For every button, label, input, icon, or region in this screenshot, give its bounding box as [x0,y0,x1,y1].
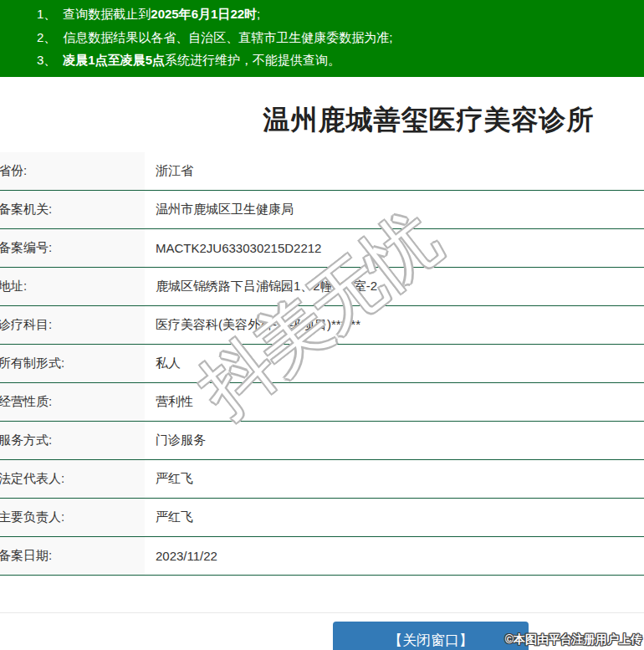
close-window-button[interactable]: 【关闭窗口】 [333,622,529,650]
notice-number: 2、 [37,30,56,44]
row-label: 诊疗科目: [0,306,145,344]
table-row-filing-authority: 备案机关: 温州市鹿城区卫生健康局 [0,191,644,229]
row-label: 地址: [0,268,145,305]
row-value: MACTK2JU633030215D2212 [145,229,644,267]
notice-text: 系统进行维护，不能提供查询。 [165,53,340,67]
table-row-province: 省份: 浙江省 [0,152,644,191]
table-row-business-nature: 经营性质: 营利性 [0,383,644,422]
record-table: 省份: 浙江省 备案机关: 温州市鹿城区卫生健康局 备案编号: MACTK2JU… [0,152,644,576]
row-label-text: 省份: [0,163,27,179]
table-row-treatment-subjects: 诊疗科目: 医疗美容科(美容外科-一级项目)****** [0,306,644,345]
table-row-filing-number: 备案编号: MACTK2JU633030215D2212 [0,229,644,268]
row-label-text: 法定代表人: [0,471,64,487]
row-label: 备案编号: [0,229,145,267]
row-label-text: 备案日期: [0,548,52,564]
row-label: 备案机关: [0,191,145,228]
row-label-text: 备案机关: [0,202,52,218]
table-row-address: 地址: 鹿城区锦绣路下吕浦锦园1、2幢105室-2 [0,268,644,306]
row-label-text: 诊疗科目: [0,317,52,333]
row-label: 备案日期: [0,537,145,575]
footer-divider [0,612,644,613]
row-label: 主要负责人: [0,499,145,536]
row-value: 医疗美容科(美容外科-一级项目)****** [145,306,644,344]
row-label-text: 地址: [0,279,27,294]
notice-text: ; [257,7,260,21]
row-value: 浙江省 [145,152,644,190]
row-label: 法定代表人: [0,460,145,498]
table-row-ownership: 所有制形式: 私人 [0,345,644,383]
row-label-text: 所有制形式: [0,356,64,371]
row-label-text: 服务方式: [0,432,52,448]
row-value: 严红飞 [145,499,644,536]
notice-banner: 1、查询数据截止到2025年6月1日22时; 2、信息数据结果以各省、自治区、直… [0,0,644,77]
table-row-service-mode: 服务方式: 门诊服务 [0,422,644,460]
copyright-overlay: ©本图由平台注册用户上传 [505,632,642,647]
table-row-person-in-charge: 主要负责人: 严红飞 [0,499,644,537]
page-title: 温州鹿城善玺医疗美容诊所 [213,102,644,139]
row-label: 省份: [0,152,145,190]
notice-text: 查询数据截止到 [63,7,151,21]
row-label-text: 主要负责人: [0,509,64,525]
table-row-filing-date: 备案日期: 2023/11/22 [0,537,644,576]
row-value: 鹿城区锦绣路下吕浦锦园1、2幢105室-2 [145,268,644,305]
notice-text-bold: 凌晨1点至凌晨5点 [63,53,165,67]
row-value: 门诊服务 [145,422,644,459]
notice-line-3: 3、凌晨1点至凌晨5点系统进行维护，不能提供查询。 [0,49,644,72]
notice-number: 3、 [37,53,56,67]
notice-number: 1、 [37,7,56,21]
row-value: 私人 [145,345,644,382]
row-value: 严红飞 [145,460,644,498]
row-label: 服务方式: [0,422,145,459]
row-value: 2023/11/22 [145,537,644,575]
row-label-text: 经营性质: [0,394,52,410]
notice-line-2: 2、信息数据结果以各省、自治区、直辖市卫生健康委数据为准; [0,26,644,49]
notice-text-bold: 2025年6月1日22时 [151,7,257,21]
row-value: 营利性 [145,383,644,421]
row-label: 经营性质: [0,383,145,421]
row-label-text: 备案编号: [0,240,52,256]
row-value: 温州市鹿城区卫生健康局 [145,191,644,228]
notice-text: 信息数据结果以各省、自治区、直辖市卫生健康委数据为准; [63,30,392,44]
notice-line-1: 1、查询数据截止到2025年6月1日22时; [0,3,644,26]
table-row-legal-representative: 法定代表人: 严红飞 [0,460,644,499]
row-label: 所有制形式: [0,345,145,382]
